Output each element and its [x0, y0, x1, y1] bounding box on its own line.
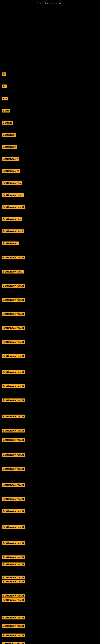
bottleneck-label: Bottleneck result — [1, 598, 25, 602]
bottleneck-item: Bottleneck resu — [1, 193, 24, 198]
bottleneck-item: Bottleneck res — [1, 181, 22, 186]
bottleneck-label: Bottl — [1, 109, 10, 112]
bottleneck-item: Bottlen — [1, 121, 13, 126]
bottleneck-label: Bo — [1, 84, 7, 88]
bottleneck-label: Bottleneck result — [1, 580, 25, 584]
bottleneck-item: Bo — [1, 84, 7, 89]
bottleneck-item: Bottleneck result — [1, 298, 25, 302]
bottleneck-item: Bottleneck result — [1, 642, 25, 644]
bottleneck-item: Bottleneck resu — [1, 270, 24, 274]
bottleneck-item: Bottleneck result — [1, 429, 25, 433]
bottleneck-label: Bottleneck result — [1, 340, 25, 344]
bottleneck-label: Bottleneck result — [1, 398, 25, 402]
bottleneck-item: Bottleneck result — [1, 453, 25, 458]
bottleneck-label: Bottleneck result — [1, 284, 25, 288]
bottleneck-label: Bottleneck result — [1, 483, 25, 487]
bottleneck-label: Bottleneck res — [1, 217, 22, 221]
bottleneck-item: Bottleneck result — [1, 483, 25, 488]
bottleneck-item: Bottleneck result — [1, 312, 25, 316]
bottleneck-item: Bottleneck result — [1, 354, 25, 359]
bottleneck-label: Bottleneck result — [1, 509, 25, 513]
bottleneck-label: Bottlen — [1, 121, 13, 124]
bottleneck-item: Bottleneck result — [1, 340, 25, 345]
bottleneck-item: Bottleneck res — [1, 217, 22, 222]
bottleneck-item: Bottleneck result — [1, 414, 25, 419]
bottleneck-label: Bottleneck result — [1, 576, 25, 580]
bottleneck-label: Bottleneck result — [1, 642, 25, 644]
bottleneck-item: Bottleneck result — [1, 616, 25, 620]
bottleneck-label: Bottleneck result — [1, 624, 25, 628]
bottleneck-item: Bottleneck result — [1, 525, 25, 530]
bottleneck-item: Bot — [1, 96, 8, 101]
bottleneck-label: B — [1, 72, 6, 76]
bottleneck-item: Bottleneck result — [1, 624, 25, 628]
bottleneck-label: Bottleneck result — [1, 541, 25, 545]
bottleneck-item: Bottleneck result — [1, 541, 25, 546]
bottleneck-item: Bottleneck r — [1, 157, 19, 162]
bottleneck-label: Bottleneck — [1, 145, 17, 149]
bottleneck-label: Bottleneck result — [1, 370, 25, 374]
bottleneck-item: Bottleneck re — [1, 169, 20, 174]
bottleneck-label: Bottleneck result — [1, 414, 25, 418]
bottleneck-item: Bottleneck r — [1, 242, 19, 246]
bottleneck-item: Bottleneck result — [1, 438, 25, 442]
bottleneck-item: Bottleneck result — [1, 562, 25, 567]
bottleneck-label: Bottleneck result — [1, 312, 25, 316]
site-title: TheBottlenecker.com — [0, 0, 100, 6]
bottleneck-label: Bottleneck result — [1, 634, 25, 637]
bottleneck-label: Bottleneck result — [1, 326, 25, 330]
bottleneck-label: Bottleneck result — [1, 467, 25, 471]
bottleneck-item: Bottleneck result — [1, 398, 25, 403]
bottleneck-item: Bottleneck result — [1, 284, 25, 288]
bottleneck-label: Bottleneck result — [1, 384, 25, 388]
bottleneck-item: B — [1, 72, 6, 77]
bottleneck-label: Bottleneck result — [1, 354, 25, 358]
bottleneck-label: Bottleneck result — [1, 562, 25, 566]
bottleneck-item: Bottleneck result — [1, 384, 25, 389]
bottleneck-item: Bottleneck result — [1, 556, 25, 560]
bottleneck-label: Bottleneck r — [1, 242, 19, 245]
bottleneck-item: Bottleneck result — [1, 205, 25, 210]
bottleneck-label: Bottleneck resu — [1, 193, 24, 197]
bottleneck-label: Bottleneck resul — [1, 230, 24, 233]
bottleneck-label: Bottlenec — [1, 133, 16, 137]
bottleneck-label: Bottleneck result — [1, 594, 25, 598]
bottleneck-item: Bottleneck result — [1, 497, 25, 502]
bottleneck-item: Bottleneck — [1, 145, 17, 150]
bottleneck-label: Bottleneck result — [1, 256, 25, 260]
bottleneck-label: Bottleneck result — [1, 616, 25, 620]
bottleneck-item: Bottleneck result — [1, 598, 25, 603]
bottleneck-label: Bottleneck re — [1, 169, 20, 173]
bottleneck-item: Bottl — [1, 109, 10, 113]
bottleneck-item: Bottleneck result — [1, 594, 25, 598]
bottleneck-label: Bottleneck resu — [1, 270, 24, 274]
bottleneck-item: Bottleneck result — [1, 509, 25, 514]
bottleneck-label: Bottleneck result — [1, 525, 25, 529]
bottleneck-item: Bottleneck result — [1, 634, 25, 638]
bottleneck-label: Bottleneck result — [1, 556, 25, 559]
bottleneck-label: Bottleneck result — [1, 453, 25, 457]
bottleneck-label: Bottleneck res — [1, 181, 22, 185]
site-title-container: TheBottlenecker.com — [0, 0, 100, 6]
bottleneck-label: Bot — [1, 96, 8, 100]
bottleneck-label: Bottleneck result — [1, 298, 25, 302]
bottleneck-label: Bottleneck result — [1, 438, 25, 442]
bottleneck-item: Bottleneck result — [1, 580, 25, 584]
bottleneck-item: Bottleneck result — [1, 370, 25, 375]
bottleneck-label: Bottleneck result — [1, 205, 25, 209]
bottleneck-item: Bottleneck result — [1, 256, 25, 260]
bottleneck-label: Bottleneck result — [1, 429, 25, 432]
bottleneck-item: Bottlenec — [1, 133, 16, 138]
bottleneck-item: Bottleneck result — [1, 467, 25, 472]
bottleneck-label: Bottleneck r — [1, 157, 19, 161]
bottleneck-item: Bottleneck result — [1, 326, 25, 331]
bottleneck-item: Bottleneck resul — [1, 230, 24, 234]
bottleneck-label: Bottleneck result — [1, 497, 25, 501]
